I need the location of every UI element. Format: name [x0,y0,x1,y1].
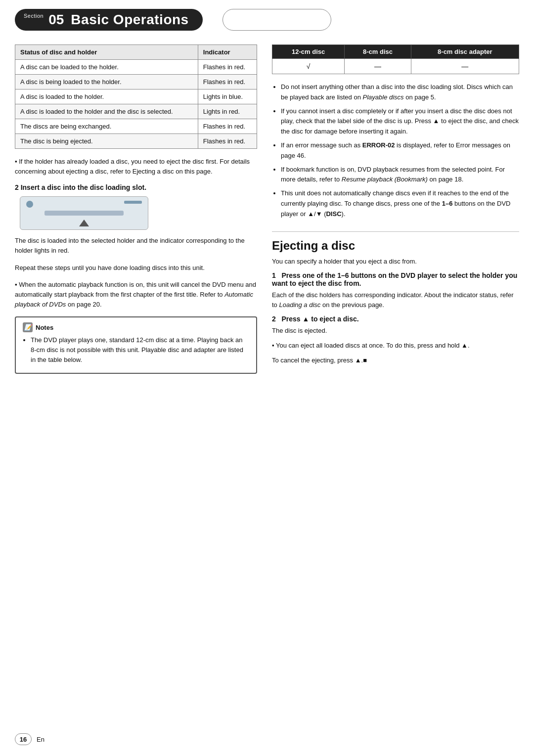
table-cell: Flashes in red. [198,75,257,89]
section-badge: Section 05 Basic Operations [15,9,203,31]
status-table: Status of disc and holder Indicator A di… [15,44,257,149]
disc-table-header: 8-cm disc adapter [411,45,519,59]
disc-table-header: 8-cm disc [345,45,411,59]
list-item: If bookmark function is on, DVD playback… [281,165,519,185]
eject-step1-text: Each of the disc holders has correspondi… [272,290,519,310]
section-label: Section [24,13,44,19]
table-cell: A disc is loaded to the holder. [15,89,198,104]
table-cell: Lights in blue. [198,89,257,104]
auto-playback-note: ▪ When the automatic playback function i… [15,280,257,310]
page-number: 16 [15,733,32,745]
notes-title: 📝 Notes [23,322,249,332]
note-text-1: ▪ If the holder has already loaded a dis… [15,157,257,177]
table-cell: A disc is being loaded to the holder. [15,75,198,89]
arrow-up-icon [79,220,89,226]
notes-icon: 📝 [23,322,33,332]
list-item: Do not insert anything other than a disc… [281,82,519,103]
list-item: If you cannot insert a disc completely o… [281,106,519,137]
left-column: Status of disc and holder Indicator A di… [15,44,257,378]
list-item: The DVD player plays one, standard 12-cm… [31,335,249,365]
step2-heading: 2 Insert a disc into the disc loading sl… [15,183,257,191]
table-header-indicator: Indicator [198,45,257,60]
page-header: Section 05 Basic Operations [0,0,534,36]
disc-slot [44,211,124,216]
table-cell: The disc is being ejected. [15,134,198,149]
disc-table-cell: — [411,59,519,74]
right-column: 12-cm disc8-cm disc8-cm disc adapter √——… [272,44,519,378]
table-cell: A disc can be loaded to the holder. [15,60,198,75]
dvd-player-illustration [20,196,148,230]
notes-label: Notes [36,324,53,331]
repeat-steps-text: Repeat these steps until you have done l… [15,263,257,273]
table-cell: A disc is loaded to the holder and the d… [15,104,198,119]
table-cell: Flashes in red. [198,134,257,149]
disc-table-header: 12-cm disc [272,45,345,59]
page-language: En [37,736,44,743]
page-title: Basic Operations [71,12,188,28]
note-paragraph-1: ▪ If the holder has already loaded a dis… [15,157,257,177]
table-header-status: Status of disc and holder [15,45,198,60]
after-image-text: The disc is loaded into the selected hol… [15,236,257,256]
header-right-box [222,9,331,31]
ejecting-intro: You can specify a holder that you eject … [272,257,519,267]
right-bullet-list: Do not insert anything other than a disc… [272,82,519,220]
list-item: If an error message such as ERROR-02 is … [281,140,519,161]
eject-step1-heading: 1 Press one of the 1–6 buttons on the DV… [272,271,519,287]
table-cell: Lights in red. [198,104,257,119]
table-cell: Flashes in red. [198,60,257,75]
notes-list: The DVD player plays one, standard 12-cm… [23,335,249,365]
after-image-text-1: The disc is loaded into the selected hol… [15,236,257,256]
eject-step2-note: ▪ You can eject all loaded discs at once… [272,341,519,351]
table-cell: The discs are being exchanged. [15,119,198,134]
disc-table-cell: √ [272,59,345,74]
notes-box: 📝 Notes The DVD player plays one, standa… [15,316,257,373]
eject-step2-text1: The disc is ejected. [272,326,519,336]
panel-circle [26,201,33,208]
main-content: Status of disc and holder Indicator A di… [0,36,534,388]
list-item: This unit does not automatically change … [281,188,519,219]
disc-table: 12-cm disc8-cm disc8-cm disc adapter √—— [272,44,519,74]
repeat-steps-text-1: Repeat these steps until you have done l… [15,263,257,273]
page-footer: 16 En [15,733,44,745]
section-number: 05 [48,12,64,28]
table-cell: Flashes in red. [198,119,257,134]
auto-playback-note-text: ▪ When the automatic playback function i… [15,280,257,310]
eject-cancel-text: To cancel the ejecting, press ▲.■ [272,356,519,365]
disc-table-cell: — [345,59,411,74]
panel-bar [124,201,142,204]
ejecting-heading: Ejecting a disc [272,231,519,253]
eject-step2-heading: 2 Press ▲ to eject a disc. [272,315,519,323]
